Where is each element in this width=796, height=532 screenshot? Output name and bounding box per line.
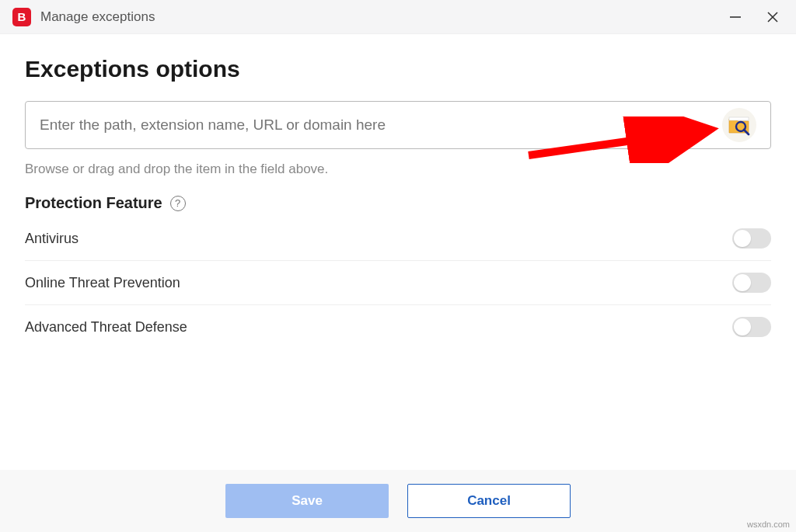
browse-button[interactable]: [722, 108, 756, 142]
section-title: Protection Feature: [25, 194, 162, 212]
app-logo-icon: B: [12, 8, 31, 26]
toggle-online-threat[interactable]: [732, 273, 771, 293]
window-title: Manage exceptions: [40, 9, 726, 25]
window-controls: [726, 8, 790, 26]
feature-row-advanced-threat: Advanced Threat Defense: [25, 305, 771, 349]
page-title: Exceptions options: [25, 56, 771, 82]
help-icon[interactable]: ?: [170, 196, 186, 211]
cancel-button[interactable]: Cancel: [407, 484, 571, 518]
minimize-button[interactable]: [726, 8, 745, 26]
path-input-container: [25, 101, 771, 149]
toggle-advanced-threat[interactable]: [732, 317, 771, 337]
feature-label: Antivirus: [25, 231, 79, 247]
save-button[interactable]: Save: [225, 484, 389, 518]
path-input[interactable]: [40, 116, 713, 134]
minimize-icon: [728, 10, 742, 24]
svg-rect-3: [729, 117, 749, 120]
close-icon: [766, 11, 779, 23]
folder-search-icon: [728, 114, 751, 136]
feature-row-online-threat: Online Threat Prevention: [25, 261, 771, 305]
footer: Save Cancel: [0, 470, 796, 532]
titlebar: B Manage exceptions: [0, 0, 796, 34]
content-area: Exceptions options Browse or drag and dr…: [0, 34, 796, 349]
window: B Manage exceptions Exceptions options: [0, 0, 796, 532]
section-header: Protection Feature ?: [25, 194, 771, 212]
feature-label: Advanced Threat Defense: [25, 319, 187, 336]
close-button[interactable]: [763, 8, 782, 26]
feature-row-antivirus: Antivirus: [25, 217, 771, 261]
watermark: wsxdn.com: [747, 520, 790, 529]
input-hint: Browse or drag and drop the item in the …: [25, 162, 771, 177]
toggle-antivirus[interactable]: [732, 228, 771, 249]
feature-label: Online Threat Prevention: [25, 275, 180, 291]
